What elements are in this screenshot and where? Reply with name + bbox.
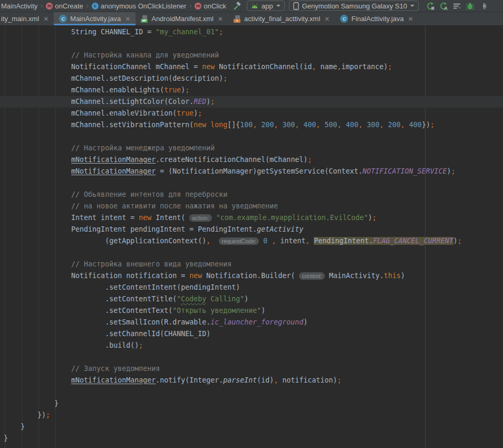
- code-token: [384, 121, 388, 129]
- code-line[interactable]: .build();: [0, 340, 503, 351]
- code-line[interactable]: });: [0, 409, 503, 421]
- run-configuration-select[interactable]: app: [247, 1, 285, 11]
- tab-activity-final-acttivity-xml[interactable]: x activity_final_acttivity.xml: [228, 12, 335, 25]
- code-line[interactable]: // Настройка внешнего вида уведомления: [0, 259, 503, 270]
- code-line[interactable]: mChannel.setLightColor(Color.RED);: [0, 96, 503, 108]
- code-line[interactable]: .setSmallIcon(R.drawable.ic_launcher_for…: [0, 317, 503, 328]
- code-line[interactable]: mNotificationManager = (NotificationMana…: [0, 166, 503, 177]
- code-line[interactable]: }: [0, 433, 503, 444]
- code-line[interactable]: }: [0, 398, 503, 409]
- code-line[interactable]: [0, 177, 503, 189]
- code-token: ): [453, 237, 458, 245]
- code-token: true: [177, 109, 194, 117]
- code-token: .setSmallIcon(R.drawable.: [4, 318, 210, 326]
- code-token: ;: [388, 63, 392, 71]
- code-token: ): [261, 307, 265, 314]
- code-line[interactable]: .setContentIntent(pendingIntent): [0, 282, 503, 293]
- code-token: 400: [304, 121, 316, 129]
- code-line[interactable]: Intent intent = new Intent( action: "com…: [0, 212, 503, 224]
- code-token: [363, 121, 367, 129]
- code-line[interactable]: [0, 131, 503, 142]
- breadcrumb-class[interactable]: MainActivity: [1, 2, 37, 10]
- code-line[interactable]: [0, 386, 503, 398]
- breadcrumb-anonymous-class[interactable]: c anonymous OnClickListener: [92, 2, 187, 10]
- code-line[interactable]: mChannel.enableVibration(true);: [0, 108, 503, 119]
- main-toolbar: MainActivity m onCreate c anonymous OnCl…: [0, 0, 503, 12]
- code-line[interactable]: mNotificationManager.createNotificationC…: [0, 154, 503, 166]
- java-class-icon: [340, 15, 348, 23]
- code-line[interactable]: // Обьявление интентов для переброски: [0, 189, 503, 201]
- tab-label: activity_final_acttivity.xml: [244, 15, 320, 23]
- code-line[interactable]: // Запуск уведомления: [0, 363, 503, 375]
- code-line[interactable]: .setContentTitle("Codeby Calling"): [0, 293, 503, 305]
- code-token: PendingIntent pendingIntent = PendingInt…: [4, 225, 257, 233]
- breadcrumb-onclick[interactable]: m onClick: [195, 2, 226, 10]
- code-token: // Обьявление интентов для переброски: [4, 190, 227, 198]
- code-token: Intent(: [151, 214, 189, 222]
- code-token: parseInt: [223, 376, 257, 384]
- code-line[interactable]: mNotificationManager.notify(Integer.pars…: [0, 375, 503, 386]
- build-hammer-icon[interactable]: [231, 1, 243, 11]
- code-token: mNotificationManager: [71, 167, 156, 175]
- apply-changes-icon[interactable]: [424, 1, 436, 11]
- code-token: "com.example.myapplication.EvilCode": [216, 214, 368, 222]
- code-line[interactable]: .setContentText("Открыть уведомление"): [0, 305, 503, 317]
- close-tab-icon[interactable]: [324, 15, 330, 23]
- code-line[interactable]: [0, 38, 503, 50]
- code-line[interactable]: [0, 351, 503, 363]
- attach-debugger-icon[interactable]: [477, 1, 489, 11]
- code-line[interactable]: [0, 247, 503, 259]
- code-token: [405, 121, 409, 129]
- close-tab-icon[interactable]: [43, 15, 49, 23]
- code-token: Intent intent =: [4, 214, 139, 222]
- code-line[interactable]: .setChannelId(CHANNEL_ID): [0, 328, 503, 340]
- debug-icon[interactable]: [464, 1, 476, 11]
- tab-finalacttivity-java[interactable]: FinalActtivity.java: [335, 12, 419, 25]
- tab-androidmanifest-xml[interactable]: MF AndroidManifest.xml: [136, 12, 228, 25]
- code-line[interactable]: }: [0, 421, 503, 433]
- code-line[interactable]: String CHANNEL_ID = "my_channel_01";: [0, 26, 503, 38]
- tab-label: MainActivity.java: [70, 15, 121, 23]
- profiler-icon[interactable]: [451, 1, 462, 11]
- code-token: // Настройка внешнего вида уведомления: [4, 260, 231, 268]
- code-line[interactable]: mChannel.enableLights(true);: [0, 84, 503, 96]
- breadcrumb-oncreate[interactable]: m onCreate: [46, 2, 83, 10]
- breadcrumb-separator-icon: [41, 2, 43, 9]
- apply-code-changes-icon[interactable]: A: [438, 1, 449, 11]
- code-line[interactable]: NotificationChannel mChannel = new Notif…: [0, 61, 503, 73]
- code-line[interactable]: // Настройка менеджера уведомлений: [0, 142, 503, 154]
- close-tab-icon[interactable]: [218, 15, 223, 23]
- code-editor[interactable]: String CHANNEL_ID = "my_channel_01"; // …: [0, 25, 503, 448]
- close-tab-icon[interactable]: [125, 15, 130, 23]
- code-token: mNotificationManager: [71, 376, 156, 384]
- code-line[interactable]: // на новое активити после нажатия на ув…: [0, 201, 503, 212]
- tab-label: ity_main.xml: [1, 15, 39, 23]
- breadcrumb-label: onClick: [204, 2, 226, 10]
- code-token: this: [384, 272, 401, 280]
- code-token: ): [447, 167, 451, 175]
- tab-activity-main-xml[interactable]: ity_main.xml: [0, 12, 54, 25]
- code-token: NotificationChannel(id: [215, 63, 312, 71]
- code-token: mChannel.setVibrationPattern(: [4, 121, 194, 129]
- code-line[interactable]: (getApplicationContext(), requestCode: 0…: [0, 235, 503, 247]
- method-icon: m: [46, 3, 53, 9]
- code-token: .setChannelId(CHANNEL_ID): [4, 330, 210, 338]
- code-line[interactable]: PendingIntent pendingIntent = PendingInt…: [0, 224, 503, 235]
- code-token: Notification notification =: [4, 272, 189, 280]
- code-token: new: [194, 121, 206, 129]
- breadcrumb-label: onCreate: [55, 2, 83, 10]
- breadcrumb-separator-icon: [86, 2, 89, 9]
- code-token: [4, 156, 71, 164]
- device-select[interactable]: Genymotion Samsung Galaxy S10: [289, 1, 419, 11]
- code-line[interactable]: mChannel.setDescription(description);: [0, 73, 503, 84]
- code-token: // Запуск уведомления: [4, 365, 160, 373]
- code-line[interactable]: // Настройка канала для уведомлений: [0, 50, 503, 61]
- tab-mainactivity-java[interactable]: MainActivity.java: [54, 12, 136, 25]
- code-line[interactable]: mChannel.setVibrationPattern(new long[]{…: [0, 119, 503, 131]
- close-tab-icon[interactable]: [408, 15, 413, 23]
- code-token: new: [202, 63, 215, 71]
- code-token: ,: [401, 121, 405, 129]
- code-area: String CHANNEL_ID = "my_channel_01"; // …: [0, 25, 503, 444]
- code-line[interactable]: Notification notification = new Notifica…: [0, 270, 503, 282]
- code-token: MainActivity.: [325, 272, 384, 280]
